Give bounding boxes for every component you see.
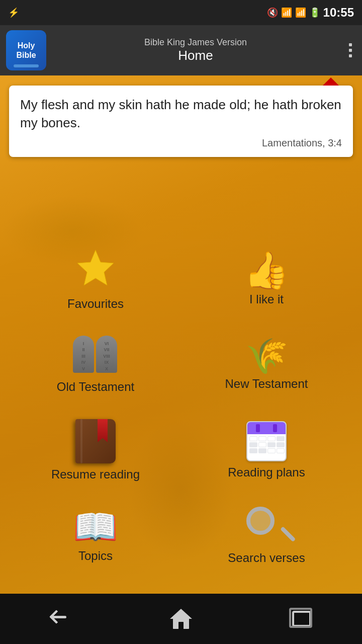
app-bar-center: Bible King James Version Home [54,37,337,63]
menu-item-reading-plans[interactable]: Reading plans [181,408,352,493]
home-body [173,618,189,629]
home-button[interactable] [161,604,201,634]
app-name-line2: Bible [16,50,36,60]
status-left-icons: ⚡ [8,7,19,18]
calendar-icon [246,421,287,461]
quote-text: My flesh and my skin hath he made old; h… [20,96,342,132]
usb-icon: ⚡ [8,7,19,18]
menu-item-topics[interactable]: 📖 Topics [10,493,181,579]
menu-dot-2 [349,49,352,52]
app-bar: Holy Bible Bible King James Version Home [0,25,362,75]
menu-item-search-verses[interactable]: Search verses [181,493,352,579]
menu-dot-3 [349,54,352,57]
menu-item-favourites[interactable]: Favourites [10,236,181,322]
i-like-it-label: I like it [249,292,284,306]
recents-button[interactable] [282,604,322,634]
nav-bar [0,594,362,644]
grid-menu: Favourites 👍 I like it IIIIIIIVV VIVIIVI… [0,236,362,579]
menu-item-resume-reading[interactable]: Resume reading [10,408,181,493]
home-icon [171,609,191,629]
thumbs-up-icon: 👍 [244,252,289,288]
mute-icon: 🔇 [267,7,278,18]
home-roof [170,609,192,619]
search-verses-label: Search verses [228,551,305,565]
menu-item-i-like-it[interactable]: 👍 I like it [181,236,352,322]
menu-item-new-testament[interactable]: 🌾 New Testament [181,322,352,408]
app-icon[interactable]: Holy Bible [6,30,46,70]
open-book-icon: 📖 [73,509,118,545]
quote-card[interactable]: My flesh and my skin hath he made old; h… [9,86,353,157]
status-bar: ⚡ 🔇 📶 📶 🔋 10:55 [0,0,362,25]
cal-ring-right [273,424,277,432]
book-with-bookmark-icon [75,419,116,463]
menu-item-old-testament[interactable]: IIIIIIIVV VIVIIVIIIIXX Old Testament [10,322,181,408]
app-subtitle: Bible King James Version [144,37,247,48]
old-testament-label: Old Testament [57,380,134,394]
home-door [178,622,184,629]
app-title: Home [178,48,213,63]
battery-icon: 🔋 [309,7,320,18]
svg-marker-0 [77,250,114,285]
reading-plans-label: Reading plans [228,465,305,479]
wifi-icon: 📶 [281,7,292,18]
star-icon [75,248,116,293]
signal-icon: 📶 [295,7,306,18]
calendar-body [247,434,286,455]
resume-reading-label: Resume reading [51,467,140,481]
recents-icon [292,611,311,627]
menu-dot-1 [349,43,352,46]
cal-ring-left [256,424,260,432]
app-name-line1: Holy [18,41,35,50]
wheat-icon: 🌾 [245,339,288,373]
overflow-menu-button[interactable] [345,39,356,61]
magnifier-icon [246,507,287,547]
topics-label: Topics [78,549,113,563]
clock: 10:55 [323,6,354,20]
new-testament-label: New Testament [225,377,308,391]
main-content: My flesh and my skin hath he made old; h… [0,75,362,594]
back-button[interactable] [40,604,80,634]
favourites-label: Favourites [67,297,124,311]
stone-tablets-icon: IIIIIIIVV VIVIIVIIIIXX [73,336,118,376]
status-right-icons: 🔇 📶 📶 🔋 10:55 [267,6,354,20]
quote-reference: Lamentations, 3:4 [20,137,342,149]
